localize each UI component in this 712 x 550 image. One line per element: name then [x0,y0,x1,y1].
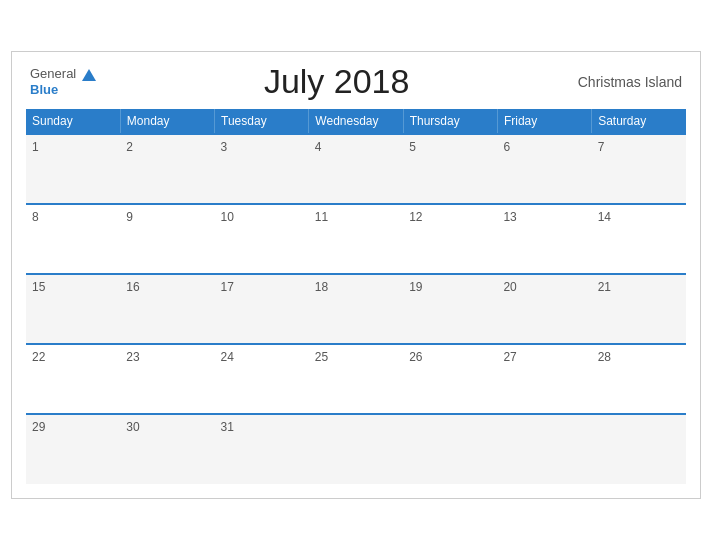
calendar-day-cell: 30 [120,414,214,484]
calendar-day-cell: 11 [309,204,403,274]
day-number: 12 [409,210,422,224]
calendar-week-row: 293031 [26,414,686,484]
calendar-grid: SundayMondayTuesdayWednesdayThursdayFrid… [26,109,686,484]
calendar-day-cell: 1 [26,134,120,204]
weekday-header-sunday: Sunday [26,109,120,134]
day-number: 19 [409,280,422,294]
calendar-day-cell: 6 [497,134,591,204]
calendar-week-row: 1234567 [26,134,686,204]
day-number: 16 [126,280,139,294]
calendar-day-cell: 5 [403,134,497,204]
calendar-body: 1234567891011121314151617181920212223242… [26,134,686,484]
day-number: 5 [409,140,416,154]
logo-general-row: General [30,66,96,82]
day-number: 8 [32,210,39,224]
day-number: 11 [315,210,328,224]
calendar-day-cell: 10 [215,204,309,274]
calendar-day-cell: 31 [215,414,309,484]
calendar-day-cell: 13 [497,204,591,274]
calendar-container: General Blue July 2018 Christmas Island … [11,51,701,499]
calendar-weekday-header: SundayMondayTuesdayWednesdayThursdayFrid… [26,109,686,134]
weekday-header-thursday: Thursday [403,109,497,134]
calendar-day-cell: 4 [309,134,403,204]
day-number: 27 [503,350,516,364]
calendar-day-cell [497,414,591,484]
day-number: 9 [126,210,133,224]
calendar-week-row: 22232425262728 [26,344,686,414]
calendar-week-row: 15161718192021 [26,274,686,344]
day-number: 15 [32,280,45,294]
day-number: 17 [221,280,234,294]
day-number: 21 [598,280,611,294]
region-label: Christmas Island [578,74,682,90]
day-number: 23 [126,350,139,364]
weekday-header-saturday: Saturday [592,109,686,134]
logo-triangle-icon [82,69,96,81]
calendar-day-cell: 23 [120,344,214,414]
day-number: 22 [32,350,45,364]
day-number: 7 [598,140,605,154]
day-number: 4 [315,140,322,154]
calendar-day-cell: 2 [120,134,214,204]
calendar-day-cell: 14 [592,204,686,274]
day-number: 10 [221,210,234,224]
calendar-day-cell: 12 [403,204,497,274]
day-number: 25 [315,350,328,364]
weekday-header-tuesday: Tuesday [215,109,309,134]
day-number: 13 [503,210,516,224]
calendar-day-cell: 8 [26,204,120,274]
day-number: 14 [598,210,611,224]
calendar-day-cell: 3 [215,134,309,204]
calendar-day-cell: 19 [403,274,497,344]
day-number: 6 [503,140,510,154]
weekday-row: SundayMondayTuesdayWednesdayThursdayFrid… [26,109,686,134]
day-number: 28 [598,350,611,364]
weekday-header-friday: Friday [497,109,591,134]
logo-general-text: General [30,66,76,81]
calendar-day-cell: 15 [26,274,120,344]
calendar-day-cell [592,414,686,484]
calendar-day-cell: 17 [215,274,309,344]
day-number: 24 [221,350,234,364]
calendar-day-cell: 16 [120,274,214,344]
day-number: 20 [503,280,516,294]
calendar-day-cell: 25 [309,344,403,414]
logo-blue-text: Blue [30,82,58,98]
logo-area: General Blue [30,66,96,97]
calendar-day-cell: 20 [497,274,591,344]
weekday-header-wednesday: Wednesday [309,109,403,134]
day-number: 1 [32,140,39,154]
calendar-day-cell [403,414,497,484]
calendar-title: July 2018 [96,62,578,101]
calendar-header: General Blue July 2018 Christmas Island [26,62,686,101]
calendar-day-cell [309,414,403,484]
calendar-day-cell: 27 [497,344,591,414]
calendar-day-cell: 9 [120,204,214,274]
weekday-header-monday: Monday [120,109,214,134]
day-number: 18 [315,280,328,294]
calendar-day-cell: 7 [592,134,686,204]
calendar-week-row: 891011121314 [26,204,686,274]
day-number: 30 [126,420,139,434]
calendar-day-cell: 29 [26,414,120,484]
day-number: 31 [221,420,234,434]
calendar-day-cell: 26 [403,344,497,414]
day-number: 29 [32,420,45,434]
calendar-day-cell: 18 [309,274,403,344]
calendar-day-cell: 21 [592,274,686,344]
day-number: 26 [409,350,422,364]
day-number: 2 [126,140,133,154]
calendar-day-cell: 28 [592,344,686,414]
calendar-day-cell: 22 [26,344,120,414]
calendar-day-cell: 24 [215,344,309,414]
day-number: 3 [221,140,228,154]
